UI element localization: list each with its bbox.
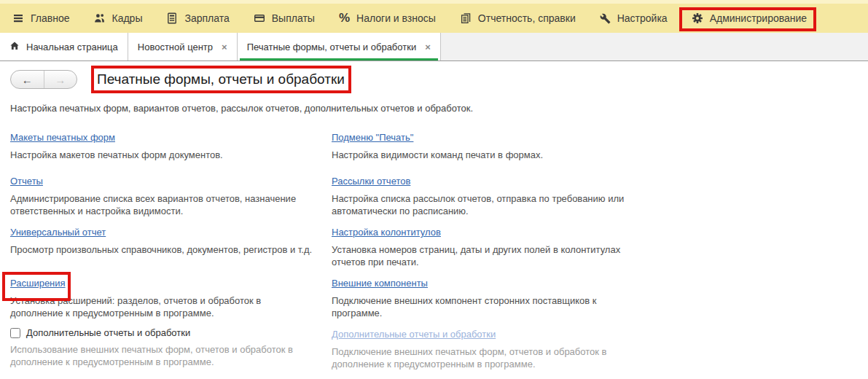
gear-icon bbox=[692, 12, 703, 24]
setting-item-extensions: Расширения Установка расширений: раздело… bbox=[10, 276, 332, 327]
setting-item-additional-reports-link: Дополнительные отчеты и обработки Подклю… bbox=[332, 327, 856, 370]
tab-print-forms[interactable]: Печатные формы, отчеты и обработки × bbox=[238, 33, 441, 60]
tab-news-center[interactable]: Новостной центр × bbox=[128, 33, 238, 60]
navigation-row: ← → Печатные формы, отчеты и обработки bbox=[10, 69, 856, 90]
back-icon: ← bbox=[22, 74, 33, 86]
settings-grid: Макеты печатных форм Настройка макетов п… bbox=[10, 130, 856, 370]
menu-item-label: Выплаты bbox=[272, 12, 315, 24]
item-description: Настройка видимости команд печати в форм… bbox=[332, 149, 842, 161]
tab-label: Печатные формы, отчеты и обработки bbox=[247, 42, 417, 52]
menu-item-zarplata[interactable]: Зарплата bbox=[166, 12, 229, 24]
tab-label: Новостной центр bbox=[138, 42, 213, 52]
menu-item-nastroyka[interactable]: Настройка bbox=[600, 12, 668, 24]
setting-item-print-layouts: Макеты печатных форм Настройка макетов п… bbox=[10, 130, 332, 174]
tab-home[interactable]: Начальная страница bbox=[0, 33, 128, 60]
additional-reports-checkbox-row[interactable]: Дополнительные отчеты и обработки bbox=[10, 327, 317, 338]
card-icon bbox=[254, 12, 265, 24]
percent-icon: % bbox=[339, 12, 350, 24]
menu-item-label: Настройка bbox=[617, 12, 668, 24]
forward-icon: → bbox=[55, 74, 66, 86]
home-icon bbox=[9, 41, 20, 53]
hamburger-icon bbox=[12, 12, 24, 24]
report-mailings-link[interactable]: Рассылки отчетов bbox=[332, 176, 410, 187]
setting-item-external-components: Внешние компоненты Подключение внешних к… bbox=[332, 276, 856, 327]
menu-item-label: Налоги и взносы bbox=[356, 12, 436, 24]
item-description: Настройка списка рассылок отчетов, отпра… bbox=[332, 192, 842, 217]
documents-icon bbox=[460, 12, 472, 24]
calculator-icon bbox=[166, 12, 178, 24]
menu-item-label: Кадры bbox=[112, 12, 143, 24]
item-description: Подключение внешних печатных форм, отчет… bbox=[332, 345, 842, 370]
setting-item-report-mailings: Рассылки отчетов Настройка списка рассыл… bbox=[332, 174, 856, 225]
setting-item-reports: Отчеты Администрирование списка всех вар… bbox=[10, 174, 332, 225]
menu-item-label: Администрирование bbox=[710, 12, 808, 24]
back-button[interactable]: ← bbox=[11, 71, 44, 88]
print-submenu-link[interactable]: Подменю "Печать" bbox=[332, 132, 413, 143]
menu-item-label: Отчетность, справки bbox=[478, 12, 576, 24]
item-description: Настройка макетов печатных форм документ… bbox=[10, 149, 317, 161]
page-subtitle: Настройка печатных форм, вариантов отчет… bbox=[10, 103, 856, 114]
menu-item-label: Главное bbox=[31, 12, 70, 24]
forward-button[interactable]: → bbox=[44, 71, 77, 88]
close-icon[interactable]: × bbox=[425, 42, 431, 52]
additional-reports-checkbox[interactable] bbox=[10, 328, 20, 338]
setting-item-additional-reports-checkbox: Дополнительные отчеты и обработки Исполь… bbox=[10, 327, 332, 370]
additional-reports-link-disabled[interactable]: Дополнительные отчеты и обработки bbox=[332, 329, 496, 340]
setting-item-universal-report: Универсальный отчет Просмотр произвольны… bbox=[10, 225, 332, 276]
tab-label: Начальная страница bbox=[26, 42, 118, 52]
item-description: Администрирование списка всех вариантов … bbox=[10, 192, 317, 217]
print-layouts-link[interactable]: Макеты печатных форм bbox=[10, 132, 115, 143]
menu-item-label: Зарплата bbox=[184, 12, 229, 24]
page-title: Печатные формы, отчеты и обработки bbox=[97, 71, 345, 88]
people-icon bbox=[94, 12, 106, 24]
menu-item-kadry[interactable]: Кадры bbox=[94, 12, 143, 24]
item-description: Использование внешних печатных форм, отч… bbox=[10, 343, 317, 368]
item-description: Просмотр произвольных справочников, доку… bbox=[10, 243, 317, 256]
tab-bar: Начальная страница Новостной центр × Печ… bbox=[0, 33, 868, 61]
item-description: Установка номеров страниц, даты и других… bbox=[332, 243, 842, 268]
setting-item-print-submenu: Подменю "Печать" Настройка видимости ком… bbox=[332, 130, 856, 174]
external-components-link[interactable]: Внешние компоненты bbox=[332, 278, 428, 289]
app-window: Главное Кадры Зарплата Выплаты % Налоги … bbox=[0, 0, 868, 379]
checkbox-label: Дополнительные отчеты и обработки bbox=[26, 327, 190, 338]
history-nav-buttons: ← → bbox=[10, 70, 77, 89]
headers-footers-link[interactable]: Настройка колонтитулов bbox=[332, 227, 441, 238]
wrench-icon bbox=[600, 13, 611, 24]
extensions-link[interactable]: Расширения bbox=[10, 278, 66, 289]
menu-item-glavnoe[interactable]: Главное bbox=[12, 12, 70, 24]
item-description: Подключение внешних компонент сторонних … bbox=[332, 294, 842, 319]
menu-item-administrirovanie[interactable]: Администрирование bbox=[692, 12, 808, 24]
item-description: Установка расширений: разделов, отчетов … bbox=[10, 294, 317, 319]
reports-link[interactable]: Отчеты bbox=[10, 176, 43, 187]
setting-item-headers-footers: Настройка колонтитулов Установка номеров… bbox=[332, 225, 856, 276]
page-content: ← → Печатные формы, отчеты и обработки Н… bbox=[0, 61, 868, 370]
menu-item-nalogi[interactable]: % Налоги и взносы bbox=[339, 12, 436, 24]
universal-report-link[interactable]: Универсальный отчет bbox=[10, 227, 106, 238]
menu-item-otchetnost[interactable]: Отчетность, справки bbox=[460, 12, 576, 24]
section-menu-bar: Главное Кадры Зарплата Выплаты % Налоги … bbox=[0, 4, 868, 33]
close-icon[interactable]: × bbox=[222, 42, 227, 52]
menu-item-vyplaty[interactable]: Выплаты bbox=[254, 12, 315, 24]
